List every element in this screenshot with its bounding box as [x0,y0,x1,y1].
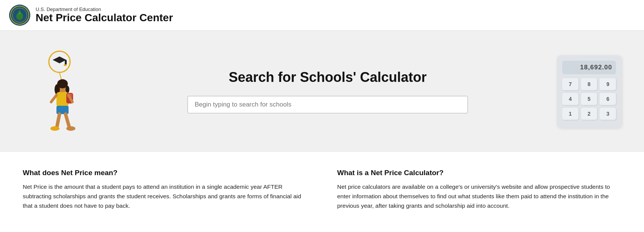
svg-rect-9 [64,64,67,66]
site-header: U.S. Department of Education Net Price C… [0,0,644,31]
net-price-body: Net Price is the amount that a student p… [23,182,307,210]
department-logo [9,5,30,26]
svg-marker-7 [53,56,66,63]
school-search-input[interactable] [188,96,468,113]
hero-illustration [23,46,98,137]
calc-btn-5[interactable]: 5 [581,93,597,105]
calc-btn-8[interactable]: 8 [581,78,597,90]
site-title: Net Price Calculator Center [36,12,173,24]
calculator-heading: What is a Net Price Calculator? [337,169,621,177]
header-text-group: U.S. Department of Education Net Price C… [36,6,173,24]
calc-display: 18,692.00 [562,61,616,74]
svg-line-18 [51,95,56,102]
svg-rect-8 [65,60,67,64]
hero-title: Search for Schools' Calculator [229,69,427,85]
calc-btn-7[interactable]: 7 [562,78,578,90]
calc-btn-3[interactable]: 3 [600,108,616,120]
calc-row-1: 7 8 9 [562,78,616,90]
svg-rect-20 [56,106,69,114]
calculator-widget: 18,692.00 7 8 9 4 5 6 1 2 3 [557,55,621,128]
content-col-2: What is a Net Price Calculator? Net pric… [337,169,621,210]
calc-row-2: 4 5 6 [562,93,616,105]
calc-row-3: 1 2 3 [562,108,616,120]
hero-center: Search for Schools' Calculator [98,69,557,113]
svg-point-24 [66,126,75,131]
svg-line-21 [57,114,59,127]
calc-btn-9[interactable]: 9 [600,78,616,90]
calculator-body: Net price calculators are available on a… [337,182,621,210]
calc-btn-6[interactable]: 6 [600,93,616,105]
svg-line-22 [66,114,69,127]
calc-btn-1[interactable]: 1 [562,108,578,120]
content-col-1: What does Net Price mean? Net Price is t… [23,169,307,210]
svg-point-23 [50,126,59,131]
hero-section: Search for Schools' Calculator 18,692.00… [0,31,644,152]
net-price-heading: What does Net Price mean? [23,169,307,177]
org-label: U.S. Department of Education [36,6,173,12]
content-section: What does Net Price mean? Net Price is t… [0,152,644,226]
calc-btn-2[interactable]: 2 [581,108,597,120]
svg-rect-3 [19,19,20,20]
calc-btn-4[interactable]: 4 [562,93,578,105]
